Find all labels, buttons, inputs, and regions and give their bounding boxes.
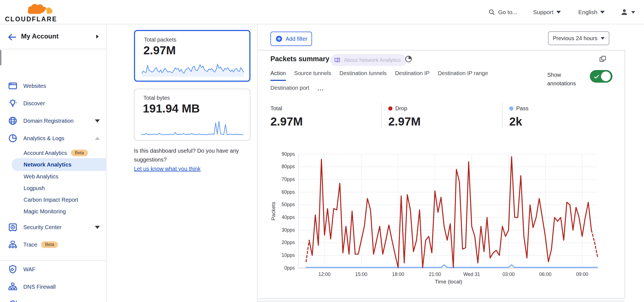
plus-circle-icon: [275, 35, 283, 43]
language-menu[interactable]: English: [578, 0, 605, 24]
drop-legend-dot: [388, 106, 392, 111]
card-value: 2.97M: [143, 44, 176, 57]
sidebar-item-dns-firewall[interactable]: DNS Firewall: [0, 281, 107, 293]
tab-destination-ip[interactable]: Destination IP: [395, 70, 430, 81]
sidebar-item-web-analytics[interactable]: Web Analytics: [0, 170, 107, 183]
y-axis-tick: 20pps: [262, 240, 295, 245]
show-annotations-toggle[interactable]: [590, 70, 612, 83]
check-icon: [594, 74, 600, 80]
divider: [502, 103, 503, 129]
total-packets-card[interactable]: Total packets 2.97M: [134, 30, 250, 82]
x-axis-tick: 18:00: [384, 272, 412, 277]
sidebar-item-label: Logpush: [24, 185, 45, 191]
trace-icon: [8, 240, 18, 250]
sidebar-item-analytics-logs[interactable]: Analytics & Logs: [0, 132, 107, 144]
sidebar-item-label: WAF: [23, 266, 36, 273]
tab-destination-port[interactable]: Destination port: [270, 85, 309, 94]
y-axis-tick: 0pps: [262, 265, 295, 271]
back-arrow-icon[interactable]: [7, 32, 17, 42]
sidebar-item-label: Discover: [23, 100, 45, 107]
sidebar-item-label: Carbon Impact Report: [24, 197, 78, 203]
y-axis-tick: 30pps: [262, 227, 295, 233]
sidebar-item-label: Domain Registration: [23, 118, 73, 124]
next-panel-top-border: [258, 301, 625, 301]
sidebar-item-logpush[interactable]: Logpush: [0, 182, 107, 194]
stat-value: 2.97M: [388, 115, 421, 128]
cloudflare-wordmark: CLOUDFLARE: [5, 16, 57, 23]
sidebar-item-discover[interactable]: Discover: [0, 97, 107, 109]
sidebar-item-label: Turnstile: [23, 301, 44, 302]
total-bytes-card[interactable]: Total bytes 191.94 MB: [134, 89, 250, 141]
tab-destination-tunnels[interactable]: Destination tunnels: [339, 70, 387, 81]
x-axis-tick: 09:00: [568, 272, 596, 277]
y-axis-tick: 70pps: [262, 176, 295, 182]
sidebar-item-websites[interactable]: Websites: [0, 80, 107, 92]
packets-summary-chart: Packets Time (local) 0pps10pps20pps30pps…: [257, 150, 644, 288]
sidebar-item-label: Web Analytics: [24, 173, 58, 180]
card-title: Total packets: [144, 37, 176, 43]
tab-source-tunnels[interactable]: Source tunnels: [294, 70, 331, 81]
sidebar: My Account Websites Discover: [0, 24, 107, 302]
panel-bottom-border: [258, 298, 625, 299]
cloudflare-logo[interactable]: CLOUDFLARE: [5, 2, 55, 22]
add-filter-button[interactable]: Add filter: [270, 32, 312, 46]
support-menu[interactable]: Support: [533, 0, 561, 24]
about-network-analytics-pill[interactable]: About Network Analytics: [330, 54, 407, 66]
panel-top-border: [258, 50, 625, 50]
search-icon: [488, 9, 495, 16]
sidebar-item-network-analytics[interactable]: Network Analytics: [12, 158, 106, 171]
x-axis-tick: 12:00: [311, 272, 338, 277]
divider: [381, 103, 382, 129]
browser-icon: [8, 81, 18, 91]
pie-chart-icon[interactable]: [404, 55, 413, 63]
feedback-question: Is this dashboard useful? Do you have an…: [134, 146, 259, 164]
time-range-dropdown[interactable]: Previous 24 hours: [548, 31, 609, 45]
y-axis-tick: 90pps: [262, 151, 295, 157]
sidebar-item-account-analytics[interactable]: Account Analytics Beta: [0, 147, 107, 159]
account-menu[interactable]: [620, 0, 635, 24]
total-bytes-sparkline: [141, 119, 244, 137]
chevron-right-icon[interactable]: [96, 35, 99, 39]
hierarchy-icon: [8, 282, 18, 292]
globe-icon: [8, 116, 18, 126]
duplicate-icon[interactable]: [599, 55, 607, 63]
lightbulb-icon: [8, 98, 18, 108]
goto-search[interactable]: Go to...: [488, 0, 517, 24]
sidebar-item-trace[interactable]: Trace Beta: [0, 239, 107, 251]
sidebar-item-magic-monitoring[interactable]: Magic Monitoring: [0, 205, 107, 217]
chevron-down-icon: [600, 11, 605, 14]
time-range-label: Previous 24 hours: [553, 35, 597, 42]
beta-badge: Beta: [41, 241, 58, 248]
sidebar-scrollbar[interactable]: [0, 50, 1, 65]
sidebar-item-turnstile[interactable]: Turnstile: [0, 298, 107, 302]
feedback-link[interactable]: Let us know what you think: [134, 164, 201, 173]
sidebar-item-label: Security Center: [23, 224, 62, 231]
pass-legend-dot: [509, 106, 513, 111]
stat-label: Drop: [395, 105, 407, 112]
shield-gear-icon: [8, 264, 18, 274]
toggle-knob: [601, 71, 611, 81]
sidebar-item-label: Websites: [23, 83, 46, 89]
x-axis-tick: 03:00: [495, 272, 523, 277]
x-axis-tick: 06:00: [531, 272, 559, 277]
pie-chart-icon: [8, 133, 18, 143]
sidebar-item-domain-registration[interactable]: Domain Registration: [0, 115, 107, 127]
user-icon: [620, 8, 628, 16]
tabs-row: Action Source tunnels Destination tunnel…: [270, 70, 488, 81]
about-label: About Network Analytics: [344, 57, 401, 63]
card-title: Total bytes: [143, 95, 170, 101]
tab-destination-ip-range[interactable]: Destination IP range: [438, 70, 488, 81]
sidebar-item-carbon-impact-report[interactable]: Carbon Impact Report: [0, 194, 107, 206]
sidebar-item-security-center[interactable]: Security Center: [0, 221, 107, 233]
panel-title: Packets summary: [270, 55, 329, 63]
x-axis-tick: Wed 31: [458, 272, 486, 277]
refresh-check-icon: [8, 299, 18, 302]
tab-action[interactable]: Action: [270, 70, 286, 81]
sidebar-item-label: Account Analytics: [24, 150, 67, 156]
book-icon: [334, 57, 341, 63]
my-account-label[interactable]: My Account: [21, 32, 59, 40]
y-axis-tick: 40pps: [262, 214, 295, 220]
sidebar-item-waf[interactable]: WAF: [0, 263, 107, 275]
stat-value: 2.97M: [270, 115, 303, 128]
tabs-overflow-button[interactable]: ...: [318, 85, 324, 94]
